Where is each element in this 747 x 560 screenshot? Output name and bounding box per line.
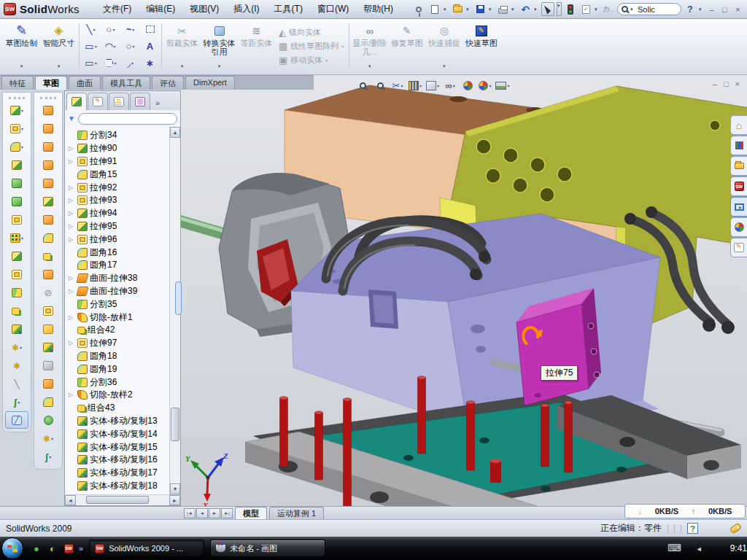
- tree-item-实体-移动/复制14[interactable]: 实体-移动/复制14: [65, 427, 180, 440]
- dropdown-arrow-icon[interactable]: ▾: [20, 62, 23, 71]
- expander-icon[interactable]: ▷: [69, 340, 77, 346]
- search-box[interactable]: ▾Solic: [617, 3, 681, 15]
- toolbar-button-orange[interactable]: [34, 156, 62, 174]
- tree-item-圆角17[interactable]: 圆角17: [65, 259, 180, 272]
- select-button[interactable]: [541, 2, 554, 16]
- new-dropdown[interactable]: ▾: [444, 7, 449, 12]
- view-tool-section[interactable]: ✂▾: [390, 78, 406, 93]
- toolbar-button-movecopy[interactable]: [34, 338, 62, 357]
- tree-item-切除-放样2[interactable]: ▷切除-放样2: [65, 389, 180, 402]
- toolbar-button-orange[interactable]: [34, 211, 62, 229]
- expander-icon[interactable]: ▷: [69, 275, 77, 281]
- expander-icon[interactable]: ▷: [69, 210, 77, 217]
- doc-minimize-button[interactable]: –: [713, 79, 717, 88]
- model-tab-运动算例 1[interactable]: 运动算例 1: [269, 507, 324, 519]
- view-tool-zoomarea[interactable]: [372, 78, 388, 93]
- 3d-model-canvas[interactable]: [181, 75, 747, 506]
- taskpane-tab-folder[interactable]: [730, 156, 747, 176]
- filter-input[interactable]: [78, 113, 177, 125]
- toolbar-button-frame[interactable]: [34, 302, 62, 320]
- tree-item-拉伸93[interactable]: ▷拉伸93: [65, 194, 180, 207]
- tree-item-曲面-拉伸38[interactable]: ▷曲面-拉伸38: [65, 272, 180, 285]
- tab-nav-button-3[interactable]: ►|: [221, 508, 233, 518]
- open-button[interactable]: [451, 2, 464, 16]
- pin-icon[interactable]: [413, 2, 426, 16]
- close-button[interactable]: ×: [732, 5, 743, 14]
- tree-item-拉伸94[interactable]: ▷拉伸94: [65, 207, 180, 220]
- toolbar-button-boss[interactable]: ▾: [3, 101, 31, 120]
- tree-item-圆角19[interactable]: 圆角19: [65, 362, 180, 376]
- expander-icon[interactable]: ▷: [69, 392, 77, 398]
- tree-item-圆角16[interactable]: 圆角16: [65, 246, 180, 259]
- dropdown-arrow-icon[interactable]: ▾: [507, 83, 509, 88]
- graphics-viewport[interactable]: ✂▾▾▾∞▾▾▾ – □ × ⌂SW 拉伸75 Y Z X: [181, 75, 747, 506]
- toolbar-button-fillet[interactable]: ▾: [3, 138, 31, 156]
- sketch-tool-slot[interactable]: ▭▾: [81, 55, 101, 71]
- toolbar-button-orange[interactable]: [34, 120, 62, 138]
- expander-icon[interactable]: ▷: [69, 236, 77, 243]
- panel-tab-configurationmanager[interactable]: [109, 93, 129, 110]
- dropdown-arrow-icon[interactable]: ▾: [93, 27, 95, 32]
- sketch-tool-ellipse[interactable]: ○▾: [120, 38, 140, 55]
- taskpane-tab-palette[interactable]: [730, 197, 747, 217]
- toolbar-button-combine[interactable]: [3, 302, 31, 320]
- tray-keyboard[interactable]: ⌨: [667, 543, 681, 553]
- traffic-light-icon[interactable]: [564, 2, 577, 16]
- tree-item-拉伸90[interactable]: ▷拉伸90: [65, 142, 180, 155]
- tray-speaker[interactable]: ◄: [696, 543, 703, 553]
- scroll-left-button[interactable]: ◄: [65, 495, 76, 505]
- ribbon-button-草图绘制[interactable]: ✎草图绘制▾: [3, 20, 40, 71]
- taskpane-tab-home[interactable]: ⌂: [730, 115, 747, 135]
- dropdown-arrow-icon[interactable]: ▾: [218, 62, 221, 71]
- toolbar-button-frame[interactable]: [3, 211, 31, 229]
- toolbar-button-star[interactable]: ✱▾: [3, 338, 31, 357]
- toolbar-button-gray[interactable]: [34, 357, 62, 375]
- view-tool-scene[interactable]: ▾: [495, 78, 511, 93]
- view-tool-appearance[interactable]: [460, 78, 476, 93]
- expander-icon[interactable]: ▷: [69, 145, 77, 152]
- toolbar-button-split[interactable]: [3, 284, 31, 302]
- sketch-tool-text[interactable]: A: [140, 38, 160, 55]
- undo-button[interactable]: ↶: [519, 2, 532, 16]
- view-tool-displaystyle[interactable]: ▾: [425, 78, 441, 93]
- select-dropdown[interactable]: ▾: [557, 2, 562, 16]
- toolbar-button-measure[interactable]: [5, 411, 28, 429]
- toolbar-button-dots[interactable]: ▾: [3, 229, 31, 247]
- tab-模具工具[interactable]: 模具工具: [102, 76, 150, 90]
- tree-item-圆角18[interactable]: 圆角18: [65, 350, 180, 363]
- tree-item-实体-移动/复制13[interactable]: 实体-移动/复制13: [65, 415, 180, 428]
- dropdown-arrow-icon[interactable]: ▾: [21, 144, 23, 149]
- taskpane-tab-solidworks[interactable]: SW: [730, 176, 747, 196]
- taskbar-window-未命名 - 画图[interactable]: 未命名 - 画图: [210, 540, 325, 557]
- save-button[interactable]: [473, 2, 487, 16]
- help-dropdown[interactable]: ▾: [699, 7, 704, 12]
- sketch-tool-arc[interactable]: ◠▾: [101, 38, 120, 55]
- tree-item-曲面-拉伸39[interactable]: ▷曲面-拉伸39: [65, 285, 180, 298]
- ribbon-button-智能尺寸[interactable]: ◈智能尺寸▾: [40, 20, 77, 71]
- dropdown-arrow-icon[interactable]: ▾: [489, 83, 491, 88]
- quicklaunch-sw[interactable]: SW: [63, 542, 74, 554]
- tree-item-实体-移动/复制16[interactable]: 实体-移动/复制16: [65, 454, 180, 467]
- toolbar-button-combine[interactable]: [34, 247, 62, 265]
- sketch-tool-spline[interactable]: ~▾: [120, 21, 140, 38]
- menu-编辑(E)[interactable]: 编辑(E): [139, 0, 182, 18]
- doc-restore-button[interactable]: □: [724, 79, 729, 88]
- dropdown-arrow-icon[interactable]: ▾: [112, 27, 115, 32]
- tab-nav-button-1[interactable]: ◄: [196, 508, 208, 518]
- sketch-tool-polygon[interactable]: ▾: [101, 55, 120, 71]
- menu-帮助(H)[interactable]: 帮助(H): [356, 0, 400, 18]
- toolbar-button-orange[interactable]: [34, 375, 62, 393]
- scroll-right-button[interactable]: ►: [169, 495, 180, 505]
- sketch-tool-circle[interactable]: ○▾: [101, 21, 120, 38]
- start-button[interactable]: [1, 537, 23, 559]
- tab-DimXpert[interactable]: DimXpert: [185, 76, 235, 90]
- doc-close-button[interactable]: ×: [735, 79, 740, 88]
- toolbar-button-yellow[interactable]: [34, 320, 62, 338]
- undo-dropdown[interactable]: ▾: [534, 7, 539, 12]
- sketch-tool-rectangle[interactable]: ▭▾: [81, 38, 101, 55]
- panel-tabs-overflow[interactable]: »: [155, 98, 160, 110]
- tab-nav-button-2[interactable]: ►: [209, 508, 220, 518]
- tree-item-拉伸91[interactable]: ▷拉伸91: [65, 155, 180, 168]
- menu-窗口(W)[interactable]: 窗口(W): [310, 0, 356, 18]
- open-dropdown[interactable]: ▾: [466, 7, 471, 12]
